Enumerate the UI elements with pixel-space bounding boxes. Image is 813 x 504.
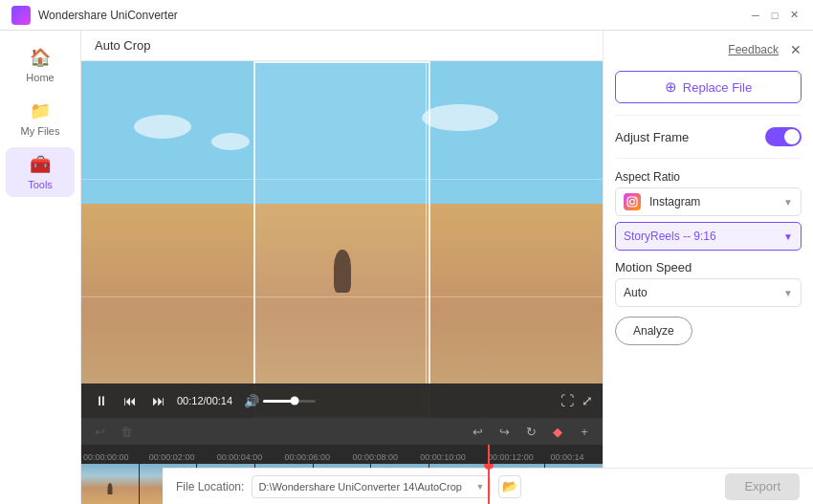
close-button[interactable]: ✕	[786, 8, 802, 23]
adjust-frame-label: Adjust Frame	[615, 130, 689, 144]
sidebar-item-myfiles[interactable]: 📁 My Files	[6, 94, 75, 143]
files-icon: 📁	[30, 100, 51, 121]
cloud-1	[134, 115, 191, 139]
instagram-label: Instagram	[649, 195, 700, 208]
aspect-ratio-select[interactable]: Instagram ▼	[615, 187, 802, 216]
ruler-marks: 00:00:00:00 00:00:02:00 00:00:04:00 00:0…	[81, 445, 603, 464]
ruler-mark-6: 00:00:12:00	[488, 452, 534, 462]
replace-file-icon: ⊕	[665, 78, 677, 96]
sidebar-item-home-label: Home	[26, 72, 54, 83]
ruler-mark-7: 00:00:14	[551, 452, 584, 462]
tl-redo2-button[interactable]: ↻	[520, 421, 541, 442]
motion-speed-section: Motion Speed Auto ▼	[615, 260, 802, 307]
file-path-select[interactable]: D:\Wondershare UniConverter 14\AutoCrop …	[252, 475, 491, 498]
expand-button[interactable]: ⤢	[582, 393, 593, 408]
file-location-label: File Location:	[176, 480, 244, 493]
fullscreen-button[interactable]: ⛶	[560, 393, 574, 408]
right-panel: Feedback ✕ ⊕ Replace File Adjust Frame A…	[603, 31, 813, 504]
divider-2	[615, 158, 802, 159]
file-path-text: D:\Wondershare UniConverter 14\AutoCrop	[258, 481, 462, 493]
ruler-mark-3: 00:00:06:00	[285, 452, 331, 462]
adjust-frame-row: Adjust Frame	[615, 127, 802, 146]
volume-area: 🔊	[244, 394, 316, 408]
play-pause-button[interactable]: ⏸	[91, 390, 112, 411]
ruler-mark-2: 00:00:04:00	[217, 452, 263, 462]
adjust-frame-toggle[interactable]	[765, 127, 802, 146]
timeline-ruler: 00:00:00:00 00:00:02:00 00:00:04:00 00:0…	[81, 445, 603, 464]
analyze-button[interactable]: Analyze	[615, 317, 692, 345]
volume-thumb	[291, 397, 299, 405]
prev-frame-button[interactable]: ⏮	[120, 390, 141, 411]
tl-marker-button[interactable]: ◆	[547, 421, 568, 442]
replace-file-label: Replace File	[683, 80, 752, 95]
volume-icon[interactable]: 🔊	[244, 394, 259, 408]
time-display: 00:12/00:14	[177, 395, 232, 406]
select-left: Instagram	[624, 193, 700, 210]
subratio-label: StoryReels -- 9:16	[624, 230, 716, 243]
file-path-chevron: ▼	[475, 482, 484, 492]
sidebar: 🏠 Home 📁 My Files 🧰 Tools	[0, 31, 81, 504]
title-bar-left: Wondershare UniConverter	[11, 6, 178, 25]
minimize-button[interactable]: ─	[748, 8, 763, 23]
video-area[interactable]: ⏸ ⏮ ⏭ 00:12/00:14 🔊 ⛶ ⤢	[81, 61, 603, 418]
ruler-mark-4: 00:00:08:00	[352, 452, 398, 462]
analyze-label: Analyze	[633, 324, 674, 338]
tools-icon: 🧰	[30, 154, 51, 175]
aspect-ratio-chevron: ▼	[783, 197, 793, 208]
app-title: Wondershare UniConverter	[38, 9, 178, 22]
cloud-2	[211, 133, 250, 150]
maximize-button[interactable]: □	[767, 8, 782, 23]
export-label: Export	[744, 479, 780, 493]
motion-speed-value: Auto	[624, 286, 648, 299]
panel-title: Auto Crop	[95, 38, 151, 53]
thumb-item-1	[81, 464, 139, 504]
motion-speed-select[interactable]: Auto ▼	[615, 278, 802, 307]
subratio-chevron: ▼	[783, 231, 793, 242]
subratio-select[interactable]: StoryReels -- 9:16 ▼	[615, 222, 802, 251]
aspect-ratio-section: Aspect Ratio Instagram ▼	[615, 170, 802, 251]
app-icon	[11, 6, 31, 25]
main-content: Auto Crop ⏸	[81, 31, 813, 504]
toggle-thumb	[784, 129, 800, 144]
autocrop-panel: Auto Crop ⏸	[81, 31, 813, 504]
window-controls: ─ □ ✕	[748, 8, 802, 23]
ruler-mark-0: 00:00:00:00	[83, 452, 129, 462]
video-frame	[81, 61, 603, 418]
ruler-mark-5: 00:00:10:00	[420, 452, 466, 462]
tl-redo-button[interactable]: ↪	[494, 421, 515, 442]
aspect-ratio-label: Aspect Ratio	[615, 170, 802, 184]
sidebar-item-tools-label: Tools	[28, 179, 53, 190]
tl-undo-button[interactable]: ↩	[467, 421, 488, 442]
undo-button[interactable]: ↩	[89, 421, 110, 442]
motion-speed-label: Motion Speed	[615, 260, 802, 274]
video-controls-bar: ⏸ ⏮ ⏭ 00:12/00:14 🔊 ⛶ ⤢	[81, 383, 603, 418]
cloud-3	[422, 104, 498, 131]
svg-point-2	[634, 198, 635, 199]
svg-point-1	[630, 200, 635, 205]
tl-zoom-in-button[interactable]: +	[574, 421, 595, 442]
home-icon: 🏠	[30, 47, 51, 68]
ruler-playhead	[488, 445, 490, 464]
sidebar-item-home[interactable]: 🏠 Home	[6, 40, 75, 90]
track-playhead	[488, 464, 490, 504]
analyze-row: Analyze	[615, 317, 802, 345]
replace-file-button[interactable]: ⊕ Replace File	[615, 71, 802, 103]
delete-button[interactable]: 🗑	[116, 421, 137, 442]
thumb-person-1	[107, 483, 112, 494]
close-panel-button[interactable]: ✕	[790, 42, 802, 57]
sidebar-item-tools[interactable]: 🧰 Tools	[6, 147, 75, 197]
motion-speed-chevron: ▼	[783, 288, 793, 298]
volume-slider[interactable]	[263, 400, 316, 403]
crop-highlight-box	[253, 61, 430, 418]
instagram-icon	[624, 193, 641, 210]
timeline-toolbar: ↩ 🗑 ↩ ↪ ↻ ◆ +	[81, 418, 603, 445]
sidebar-item-myfiles-label: My Files	[21, 125, 60, 137]
title-bar: Wondershare UniConverter ─ □ ✕	[0, 0, 813, 31]
export-button[interactable]: Export	[725, 473, 800, 500]
feedback-close-row: Feedback ✕	[615, 42, 802, 57]
next-frame-button[interactable]: ⏭	[148, 390, 169, 411]
folder-button[interactable]: 📂	[498, 475, 521, 498]
svg-rect-0	[627, 197, 637, 207]
divider-1	[615, 115, 802, 116]
feedback-link[interactable]: Feedback	[728, 43, 779, 56]
